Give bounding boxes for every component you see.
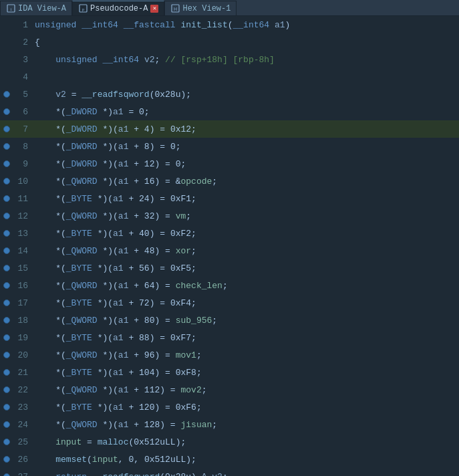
breakpoint-dot[interactable]	[3, 334, 10, 341]
code-line: 27 return __readfsqword(0x28u) ^ v2;	[0, 468, 459, 476]
line-code: input = malloc(0x512uLL);	[32, 437, 459, 447]
tab-bar: i IDA View-A p Pseudocode-A ✕ H Hex View…	[0, 0, 459, 16]
code-line: 19 *(_BYTE *)(a1 + 88) = 0xF7;	[0, 329, 459, 346]
line-number: 7	[13, 124, 32, 134]
line-code: *(_QWORD *)(a1 + 96) = mov1;	[32, 350, 459, 360]
breakpoint-dot[interactable]	[3, 300, 10, 306]
line-code: return __readfsqword(0x28u) ^ v2;	[32, 472, 459, 477]
breakpoint-dot[interactable]	[3, 282, 10, 289]
line-code: *(_BYTE *)(a1 + 120) = 0xF6;	[32, 402, 459, 412]
line-code: *(_QWORD *)(a1 + 32) = vm;	[32, 211, 459, 221]
line-number: 4	[13, 72, 32, 82]
line-number: 26	[13, 455, 32, 465]
line-number: 9	[13, 159, 32, 169]
code-line: 14 *(_QWORD *)(a1 + 48) = xor;	[0, 242, 459, 259]
code-line: 17 *(_BYTE *)(a1 + 72) = 0xF4;	[0, 294, 459, 312]
breakpoint-dot[interactable]	[3, 421, 10, 428]
tab-pseudo-close[interactable]: ✕	[150, 5, 158, 13]
line-code	[32, 72, 459, 82]
breakpoint-dot[interactable]	[3, 230, 10, 237]
line-dot	[0, 247, 13, 254]
line-dot	[0, 108, 13, 115]
line-dot	[0, 265, 13, 271]
line-number: 10	[13, 176, 32, 187]
line-number: 1	[13, 20, 32, 30]
breakpoint-dot[interactable]	[3, 213, 10, 219]
code-line: 5 v2 = __readfsqword(0x28u);	[0, 86, 459, 103]
line-code: unsigned __int64 __fastcall init_list(__…	[32, 20, 459, 30]
code-line: 10 *(_QWORD *)(a1 + 16) = &opcode;	[0, 172, 459, 190]
line-dot	[0, 213, 13, 219]
code-area: 1unsigned __int64 __fastcall init_list(_…	[0, 16, 459, 476]
code-line: 26 memset(input, 0, 0x512uLL);	[0, 451, 459, 468]
line-number: 11	[13, 194, 32, 204]
line-code: *(_BYTE *)(a1 + 40) = 0xF2;	[32, 229, 459, 239]
line-dot	[0, 160, 13, 167]
line-dot	[0, 126, 13, 132]
code-line: 21 *(_BYTE *)(a1 + 104) = 0xF8;	[0, 364, 459, 381]
line-dot	[0, 195, 13, 202]
breakpoint-dot[interactable]	[3, 195, 10, 202]
breakpoint-dot[interactable]	[3, 91, 10, 98]
line-code: unsigned __int64 v2; // [rsp+18h] [rbp-8…	[32, 55, 459, 65]
code-line: 2{	[0, 33, 459, 51]
breakpoint-dot[interactable]	[3, 247, 10, 254]
breakpoint-dot[interactable]	[3, 386, 10, 393]
line-number: 13	[13, 229, 32, 239]
line-number: 2	[13, 37, 32, 47]
line-number: 21	[13, 368, 32, 378]
code-line: 9 *(_DWORD *)(a1 + 12) = 0;	[0, 155, 459, 172]
line-number: 25	[13, 437, 32, 447]
breakpoint-dot[interactable]	[3, 265, 10, 271]
line-number: 8	[13, 142, 32, 152]
line-dot	[0, 317, 13, 324]
breakpoint-dot[interactable]	[3, 126, 10, 132]
line-dot	[0, 352, 13, 358]
breakpoint-dot[interactable]	[3, 456, 10, 463]
line-number: 24	[13, 420, 32, 430]
breakpoint-dot[interactable]	[3, 369, 10, 376]
breakpoint-dot[interactable]	[3, 108, 10, 115]
line-number: 23	[13, 402, 32, 412]
code-line: 4	[0, 68, 459, 86]
breakpoint-dot[interactable]	[3, 317, 10, 324]
line-code: *(_QWORD *)(a1 + 16) = &opcode;	[32, 176, 459, 187]
line-dot	[0, 230, 13, 237]
line-code: *(_DWORD *)a1 = 0;	[32, 107, 459, 117]
line-number: 14	[13, 246, 32, 256]
breakpoint-dot[interactable]	[3, 473, 10, 476]
line-number: 17	[13, 298, 32, 308]
line-dot	[0, 178, 13, 185]
ida-icon: i	[6, 4, 15, 13]
tab-ida-view[interactable]: i IDA View-A	[0, 1, 72, 15]
breakpoint-dot[interactable]	[3, 178, 10, 185]
line-dot	[0, 334, 13, 341]
breakpoint-dot[interactable]	[3, 404, 10, 410]
breakpoint-dot[interactable]	[3, 160, 10, 167]
line-code: *(_BYTE *)(a1 + 56) = 0xF5;	[32, 263, 459, 273]
line-code: *(_QWORD *)(a1 + 112) = mov2;	[32, 385, 459, 395]
breakpoint-dot[interactable]	[3, 143, 10, 150]
code-line: 22 *(_QWORD *)(a1 + 112) = mov2;	[0, 381, 459, 398]
line-dot	[0, 386, 13, 393]
tab-ida-label: IDA View-A	[18, 4, 66, 13]
line-code: *(_QWORD *)(a1 + 48) = xor;	[32, 246, 459, 256]
hex-icon: H	[170, 4, 180, 13]
line-dot	[0, 91, 13, 98]
line-code: *(_DWORD *)(a1 + 4) = 0x12;	[32, 124, 459, 134]
tab-pseudo-label: Pseudocode-A	[90, 4, 148, 13]
code-line: 13 *(_BYTE *)(a1 + 40) = 0xF2;	[0, 225, 459, 242]
breakpoint-dot[interactable]	[3, 352, 10, 358]
code-line: 7 *(_DWORD *)(a1 + 4) = 0x12;	[0, 120, 459, 138]
breakpoint-dot[interactable]	[3, 439, 10, 445]
line-code: memset(input, 0, 0x512uLL);	[32, 455, 459, 465]
line-dot	[0, 404, 13, 410]
tab-hex-view[interactable]: H Hex View-1	[164, 1, 237, 15]
line-dot	[0, 369, 13, 376]
tab-hex-label: Hex View-1	[182, 4, 231, 13]
code-line: 1unsigned __int64 __fastcall init_list(_…	[0, 16, 459, 33]
line-code: *(_BYTE *)(a1 + 104) = 0xF8;	[32, 368, 459, 378]
pseudo-icon: p	[78, 4, 88, 13]
line-dot	[0, 421, 13, 428]
tab-pseudocode[interactable]: p Pseudocode-A ✕	[72, 1, 164, 15]
